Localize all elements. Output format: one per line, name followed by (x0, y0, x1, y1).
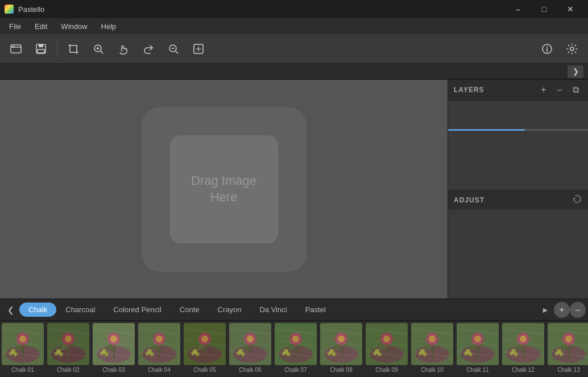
minimize-button[interactable]: – (505, 0, 531, 18)
thumbnail-image (320, 323, 362, 365)
settings-button[interactable] (561, 38, 583, 60)
zoom-out-icon (167, 43, 180, 55)
fit-icon (192, 43, 205, 55)
thumbnail-item[interactable]: Chalk 10 (409, 321, 455, 377)
zoom-in-icon (92, 43, 105, 55)
tab-colored-pencil[interactable]: Colored Pencil (104, 303, 171, 317)
crop-button[interactable] (62, 38, 85, 60)
add-preset-button[interactable]: + (554, 302, 570, 318)
info-icon (541, 43, 553, 55)
layers-area (448, 101, 588, 190)
menubar: File Edit Window Help (0, 18, 588, 34)
thumbnail-image (93, 323, 135, 365)
tab-charcoal[interactable]: Charcoal (56, 303, 104, 317)
thumbnail-item[interactable]: Chalk 04 (136, 321, 182, 377)
tab-crayon[interactable]: Crayon (209, 303, 251, 317)
rotate-icon (572, 194, 582, 204)
tab-da-vinci[interactable]: Da Vinci (250, 303, 296, 317)
app-title: Pastello (18, 5, 44, 14)
svg-point-10 (570, 47, 574, 51)
hand-tool-button[interactable] (112, 38, 135, 60)
duplicate-layer-button[interactable]: ⧉ (569, 83, 582, 97)
menu-edit[interactable]: Edit (28, 20, 54, 33)
thumbnail-label: Chalk 04 (148, 367, 170, 373)
thumbnail-item[interactable]: Chalk 08 (318, 321, 364, 377)
remove-layer-button[interactable]: – (553, 83, 566, 97)
adjust-header: ADJUST (448, 190, 588, 210)
thumbnail-item[interactable]: Chalk 11 (455, 321, 500, 377)
layers-progress-bar (448, 129, 588, 131)
thumbnail-image (184, 323, 226, 365)
close-button[interactable]: ✕ (557, 0, 583, 18)
remove-preset-button[interactable]: – (570, 302, 586, 318)
open-file-icon (10, 43, 22, 55)
layers-actions: + – ⧉ (537, 83, 582, 97)
play-button[interactable]: ► (537, 301, 554, 318)
thumbnails-row: Chalk 01 Chalk 02 (0, 320, 588, 377)
titlebar: Pastello – □ ✕ (0, 0, 588, 18)
tab-pastel[interactable]: Pastel (296, 303, 335, 317)
thumbnail-label: Chalk 09 (375, 367, 397, 373)
thumbnail-image (457, 323, 499, 365)
open-file-button[interactable] (5, 38, 27, 60)
collapse-panel-button[interactable]: ❯ (568, 65, 583, 78)
thumbnail-item[interactable]: Chalk 05 (182, 321, 227, 377)
category-bar: ❮ Chalk Charcoal Colored Pencil Conte Cr… (0, 299, 588, 320)
info-button[interactable] (536, 38, 558, 60)
category-collapse-button[interactable]: ❮ (2, 301, 19, 318)
svg-rect-1 (12, 46, 15, 47)
svg-point-9 (546, 46, 548, 47)
collapse-row: ❯ (0, 64, 588, 80)
content-area: Drag ImageHere LAYERS + – ⧉ (0, 80, 588, 299)
thumbnail-item[interactable]: Chalk 09 (364, 321, 409, 377)
thumbnail-item[interactable]: Chalk 07 (273, 321, 318, 377)
save-button[interactable] (30, 38, 52, 60)
canvas-area[interactable]: Drag ImageHere (0, 80, 448, 299)
thumbnail-label: Chalk 01 (11, 367, 34, 373)
thumbnail-label: Chalk 10 (421, 367, 443, 373)
tab-chalk[interactable]: Chalk (19, 303, 56, 317)
thumbnail-label: Chalk 08 (330, 367, 352, 373)
crop-icon (67, 43, 80, 55)
thumbnail-item[interactable]: Chalk 01 (0, 321, 45, 377)
thumbnail-image (502, 323, 544, 365)
thumbnail-image (366, 323, 408, 365)
redo-icon (142, 43, 155, 55)
layers-progress-fill (448, 129, 525, 131)
thumbnail-label: Chalk 13 (557, 367, 579, 373)
right-panel: LAYERS + – ⧉ ADJUST (448, 80, 588, 299)
drop-zone[interactable]: Drag ImageHere (170, 135, 278, 243)
thumbnail-image (2, 323, 44, 365)
menu-window[interactable]: Window (54, 20, 94, 33)
toolbar (0, 34, 588, 64)
thumbnail-item[interactable]: Chalk 06 (227, 321, 273, 377)
window-controls: – □ ✕ (505, 0, 583, 18)
tab-conte[interactable]: Conte (171, 303, 209, 317)
thumbnail-label: Chalk 02 (57, 367, 79, 373)
svg-rect-3 (39, 44, 43, 47)
thumbnail-label: Chalk 05 (193, 367, 216, 373)
zoom-in-button[interactable] (87, 38, 110, 60)
adjust-icon[interactable] (572, 194, 582, 206)
thumbnail-item[interactable]: Chalk 03 (91, 321, 136, 377)
thumbnail-image (47, 323, 89, 365)
redo-button[interactable] (137, 38, 160, 60)
thumbnail-item[interactable]: Chalk 13 (546, 321, 588, 377)
hand-icon (117, 43, 130, 55)
menu-help[interactable]: Help (94, 20, 123, 33)
menu-file[interactable]: File (2, 20, 28, 33)
thumbnail-label: Chalk 11 (466, 367, 488, 373)
fit-button[interactable] (187, 38, 210, 60)
thumbnail-item[interactable]: Chalk 12 (500, 321, 546, 377)
zoom-out-button[interactable] (162, 38, 185, 60)
app-icon (5, 5, 14, 14)
layers-header: LAYERS + – ⧉ (448, 80, 588, 101)
thumbnail-item[interactable]: Chalk 02 (45, 321, 91, 377)
drop-text: Drag ImageHere (191, 173, 256, 205)
add-layer-button[interactable]: + (537, 83, 550, 97)
drop-zone-outer: Drag ImageHere (142, 107, 307, 272)
thumbnail-image (138, 323, 180, 365)
svg-rect-4 (38, 49, 44, 53)
maximize-button[interactable]: □ (531, 0, 557, 18)
thumbnail-image (229, 323, 271, 365)
